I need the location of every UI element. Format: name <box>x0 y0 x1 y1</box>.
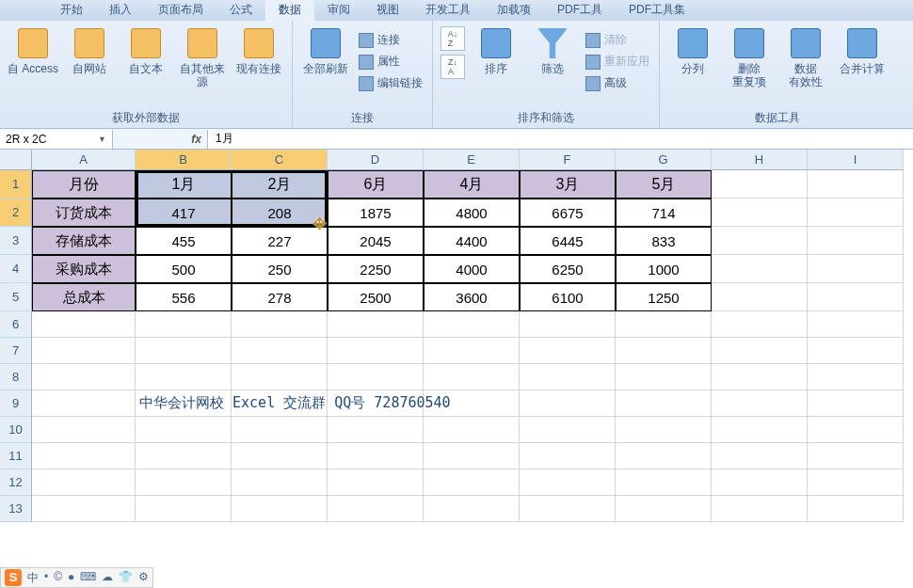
cell-I6[interactable] <box>808 311 904 338</box>
btn-自文本[interactable]: 自文本 <box>119 24 173 75</box>
cell-H3[interactable] <box>712 227 808 255</box>
cell-H12[interactable] <box>712 469 808 496</box>
cell-E1[interactable]: 4月 <box>424 170 520 199</box>
cell-I2[interactable] <box>808 199 904 227</box>
cell-B2[interactable]: 417 <box>136 199 232 227</box>
cell-H4[interactable] <box>712 255 808 283</box>
cell-G12[interactable] <box>616 469 712 496</box>
tab-审阅[interactable]: 审阅 <box>314 0 363 21</box>
cell-H9[interactable] <box>712 390 808 417</box>
tab-PDF工具[interactable]: PDF工具 <box>544 0 616 21</box>
cell-A9[interactable] <box>32 390 136 417</box>
cell-A3[interactable]: 存储成本 <box>32 227 136 255</box>
cell-F8[interactable] <box>520 364 616 390</box>
cell-B1[interactable]: 1月 <box>136 170 232 199</box>
cells-area[interactable]: 月份1月2月6月4月3月5月订货成本417208187548006675714存… <box>32 170 904 522</box>
row-header-4[interactable]: 4 <box>0 255 32 283</box>
cell-H2[interactable] <box>712 199 808 227</box>
col-header-D[interactable]: D <box>328 150 424 170</box>
cell-C12[interactable] <box>232 469 328 496</box>
row-header-3[interactable]: 3 <box>0 227 32 255</box>
cell-C7[interactable] <box>232 338 328 364</box>
btn-现有连接[interactable]: 现有连接 <box>232 24 286 75</box>
ime-char[interactable]: © <box>54 570 62 586</box>
cell-G13[interactable] <box>616 496 712 522</box>
btn-高级[interactable]: 高级 <box>582 73 653 93</box>
cell-E2[interactable]: 4800 <box>424 199 520 227</box>
cell-B10[interactable] <box>136 417 232 443</box>
cell-B5[interactable]: 556 <box>136 283 232 311</box>
tab-开始[interactable]: 开始 <box>47 0 96 21</box>
row-header-5[interactable]: 5 <box>0 283 32 311</box>
cell-H11[interactable] <box>712 443 808 469</box>
cell-B13[interactable] <box>136 496 232 522</box>
cell-G8[interactable] <box>616 364 712 390</box>
cell-A11[interactable] <box>32 443 136 469</box>
col-header-C[interactable]: C <box>232 150 328 170</box>
ime-char[interactable]: ● <box>68 570 74 586</box>
cell-G7[interactable] <box>616 338 712 364</box>
cell-E10[interactable] <box>424 417 520 443</box>
tab-页面布局[interactable]: 页面布局 <box>145 0 216 21</box>
cell-A2[interactable]: 订货成本 <box>32 199 136 227</box>
cell-D8[interactable] <box>328 364 424 390</box>
cell-A1[interactable]: 月份 <box>32 170 136 199</box>
cell-I1[interactable] <box>808 170 904 199</box>
tab-插入[interactable]: 插入 <box>96 0 145 21</box>
cell-B11[interactable] <box>136 443 232 469</box>
cell-I8[interactable] <box>808 364 904 390</box>
row-header-1[interactable]: 1 <box>0 170 32 199</box>
select-all-corner[interactable] <box>0 150 32 170</box>
cell-C13[interactable] <box>232 496 328 522</box>
cell-H1[interactable] <box>712 170 808 199</box>
cell-B3[interactable]: 455 <box>136 227 232 255</box>
cell-F12[interactable] <box>520 469 616 496</box>
btn-属性[interactable]: 属性 <box>355 52 426 72</box>
ime-char[interactable]: ⚙ <box>138 570 149 586</box>
cell-A8[interactable] <box>32 364 136 390</box>
cell-H10[interactable] <box>712 417 808 443</box>
btn-连接[interactable]: 连接 <box>355 30 426 50</box>
ime-char[interactable]: ⌨ <box>80 570 96 586</box>
btn-删除重复项[interactable]: 删除重复项 <box>722 24 777 88</box>
btn-合并计算[interactable]: 合并计算 <box>835 24 889 75</box>
cell-F3[interactable]: 6445 <box>520 227 616 255</box>
cell-A13[interactable] <box>32 496 136 522</box>
btn-自 Access[interactable]: 自 Access <box>6 24 60 75</box>
cell-A10[interactable] <box>32 417 136 443</box>
cell-C8[interactable] <box>232 364 328 390</box>
cell-F2[interactable]: 6675 <box>520 199 616 227</box>
ime-bar[interactable]: S 中•©●⌨☁👕⚙ <box>0 567 153 588</box>
col-header-G[interactable]: G <box>616 150 712 170</box>
sogou-icon[interactable]: S <box>5 569 22 586</box>
cell-E8[interactable] <box>424 364 520 390</box>
col-header-A[interactable]: A <box>32 150 136 170</box>
sort-asc-button[interactable]: A↓Z <box>440 26 465 51</box>
cell-C5[interactable]: 278 <box>232 283 328 311</box>
cell-C1[interactable]: 2月 <box>232 170 328 199</box>
cell-E3[interactable]: 4400 <box>424 227 520 255</box>
row-header-2[interactable]: 2 <box>0 199 32 227</box>
cell-A5[interactable]: 总成本 <box>32 283 136 311</box>
cell-B6[interactable] <box>136 311 232 338</box>
col-header-E[interactable]: E <box>424 150 520 170</box>
cell-D5[interactable]: 2500 <box>328 283 424 311</box>
cell-C3[interactable]: 227 <box>232 227 328 255</box>
cell-G6[interactable] <box>616 311 712 338</box>
cell-F6[interactable] <box>520 311 616 338</box>
btn-自网站[interactable]: 自网站 <box>62 24 117 75</box>
cell-F13[interactable] <box>520 496 616 522</box>
cell-A4[interactable]: 采购成本 <box>32 255 136 283</box>
cell-B8[interactable] <box>136 364 232 390</box>
cell-H7[interactable] <box>712 338 808 364</box>
row-header-10[interactable]: 10 <box>0 417 32 443</box>
cell-G5[interactable]: 1250 <box>616 283 712 311</box>
cell-C10[interactable] <box>232 417 328 443</box>
ime-char[interactable]: 👕 <box>119 570 133 586</box>
sort-desc-button[interactable]: Z↓A <box>440 55 465 79</box>
tab-加载项[interactable]: 加载项 <box>484 0 544 21</box>
cell-I13[interactable] <box>808 496 904 522</box>
cell-B12[interactable] <box>136 469 232 496</box>
name-box[interactable]: 2R x 2C ▼ <box>0 130 113 149</box>
cell-D2[interactable]: 1875 <box>328 199 424 227</box>
